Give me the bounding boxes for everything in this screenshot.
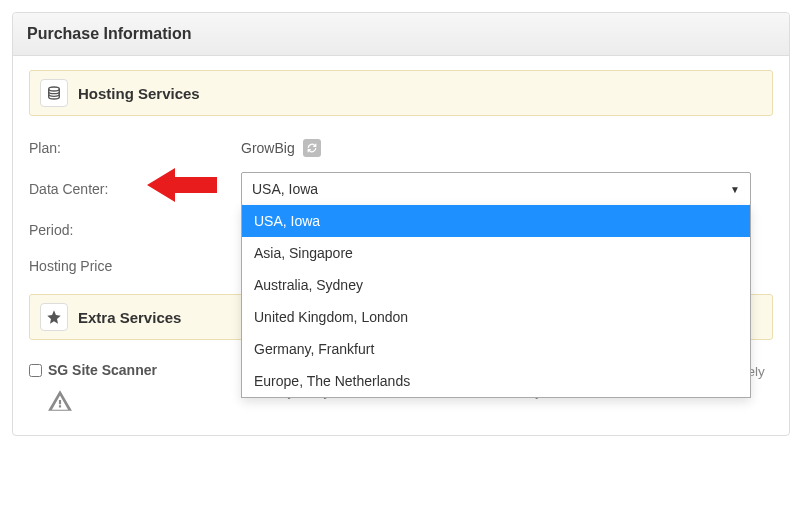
panel-title: Purchase Information xyxy=(13,13,789,56)
extra-section-title: Extra Services xyxy=(78,309,181,326)
plan-value-wrap: GrowBig xyxy=(241,139,773,157)
scanner-left: SG Site Scanner xyxy=(29,362,241,417)
change-plan-button[interactable] xyxy=(303,139,321,157)
plan-label: Plan: xyxy=(29,140,241,156)
hosting-price-label: Hosting Price xyxy=(29,258,241,274)
plan-row: Plan: GrowBig xyxy=(29,130,773,166)
datacenter-option[interactable]: Europe, The Netherlands xyxy=(242,365,750,397)
form-rows: Plan: GrowBig Data Center: xyxy=(29,130,773,294)
warning-icon xyxy=(47,388,73,417)
callout-arrow-icon xyxy=(147,164,219,209)
svg-point-0 xyxy=(49,87,60,91)
datacenter-selected-value: USA, Iowa xyxy=(252,181,318,197)
chevron-down-icon: ▼ xyxy=(730,184,740,195)
hosting-section-title: Hosting Services xyxy=(78,85,200,102)
datacenter-row: Data Center: USA, Iowa ▼ USA, Iowa Asia,… xyxy=(29,166,773,212)
datacenter-select-wrap: USA, Iowa ▼ USA, Iowa Asia, Singapore Au… xyxy=(241,172,751,206)
datacenter-select[interactable]: USA, Iowa ▼ xyxy=(241,172,751,206)
purchase-information-panel: Purchase Information Hosting Services xyxy=(12,12,790,436)
datacenter-dropdown: USA, Iowa Asia, Singapore Australia, Syd… xyxy=(241,205,751,398)
hosting-services-section: Hosting Services xyxy=(29,70,773,116)
datacenter-option[interactable]: Australia, Sydney xyxy=(242,269,750,301)
scanner-label-text: SG Site Scanner xyxy=(48,362,157,378)
svg-marker-1 xyxy=(147,168,217,202)
panel-body: Hosting Services Plan: GrowBig xyxy=(13,56,789,435)
coins-icon xyxy=(40,79,68,107)
datacenter-option[interactable]: United Kingdom, London xyxy=(242,301,750,333)
datacenter-option[interactable]: USA, Iowa xyxy=(242,205,750,237)
plan-value: GrowBig xyxy=(241,140,295,156)
datacenter-option[interactable]: Germany, Frankfurt xyxy=(242,333,750,365)
period-label: Period: xyxy=(29,222,241,238)
datacenter-option[interactable]: Asia, Singapore xyxy=(242,237,750,269)
star-icon xyxy=(40,303,68,331)
scanner-checkbox-label[interactable]: SG Site Scanner xyxy=(29,362,157,378)
scanner-checkbox[interactable] xyxy=(29,364,42,377)
